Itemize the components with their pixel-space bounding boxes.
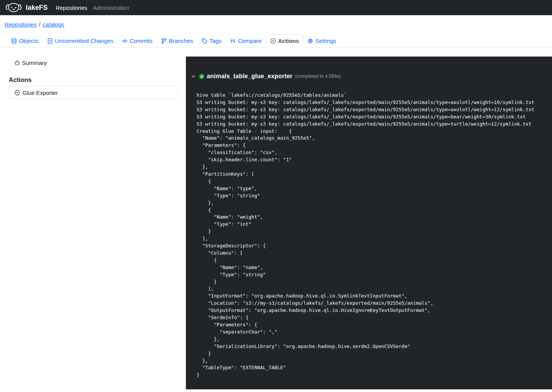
actions-sidebar: Summary Actions Glue Exporter xyxy=(0,57,186,389)
home-icon xyxy=(14,60,20,66)
branch-icon xyxy=(161,38,167,44)
breadcrumb-repo-link[interactable]: catalogs xyxy=(43,21,64,28)
breadcrumb: Repositories/catalogs xyxy=(5,21,552,28)
nav-link-administration[interactable]: Administration xyxy=(93,5,129,11)
compare-icon xyxy=(230,38,236,44)
chevron-down-icon xyxy=(191,74,196,79)
play-circle-icon xyxy=(270,38,276,44)
success-check-icon xyxy=(199,74,204,79)
tag-icon xyxy=(201,38,208,44)
repo-tab-bar: Objects Uncommitted Changes Commits Bran… xyxy=(0,34,552,47)
actions-list: Glue Exporter xyxy=(9,86,178,99)
top-navbar: lakeFS Repositories Administration xyxy=(0,0,552,15)
lakefs-logo-icon xyxy=(5,2,22,13)
breadcrumb-separator: / xyxy=(39,21,40,28)
tab-actions[interactable]: Actions xyxy=(266,34,304,47)
file-diff-icon xyxy=(47,38,53,44)
tab-settings[interactable]: Settings xyxy=(303,34,340,47)
tab-tags[interactable]: Tags xyxy=(197,34,226,47)
gear-icon xyxy=(307,38,313,44)
play-circle-icon xyxy=(14,90,20,96)
database-icon xyxy=(11,38,17,44)
brand-name: lakeFS xyxy=(26,4,48,12)
run-step-title: animals_table_glue_exporter xyxy=(207,73,293,80)
actions-section-title: Actions xyxy=(9,76,178,83)
tab-compare[interactable]: Compare xyxy=(226,34,266,47)
tab-uncommitted-changes[interactable]: Uncommitted Changes xyxy=(43,34,118,47)
sidebar-item-summary[interactable]: Summary xyxy=(9,57,178,69)
action-run-output-panel: animals_table_glue_exporter (completed i… xyxy=(186,57,552,389)
tab-branches[interactable]: Branches xyxy=(157,34,197,47)
tab-commits[interactable]: Commits xyxy=(118,34,157,47)
run-duration: (completed in 4.556s) xyxy=(295,74,341,79)
commit-icon xyxy=(122,38,128,44)
run-log-output: hive table `lakefs://catalogs/9255e5/tab… xyxy=(197,92,543,379)
tab-objects[interactable]: Objects xyxy=(7,34,43,47)
run-step-header[interactable]: animals_table_glue_exporter (completed i… xyxy=(191,73,543,80)
nav-link-repositories[interactable]: Repositories xyxy=(56,5,87,11)
action-item-glue-exporter[interactable]: Glue Exporter xyxy=(9,87,178,99)
breadcrumb-repositories-link[interactable]: Repositories xyxy=(5,21,36,28)
